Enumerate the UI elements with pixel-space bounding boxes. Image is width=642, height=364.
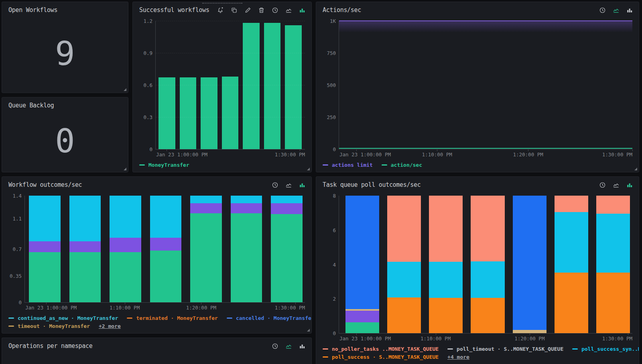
dashboard: Open Workflows 9 Queue Backlog 0 Success… xyxy=(0,0,642,364)
y-axis-label: 0.9 xyxy=(143,50,152,56)
bar-segment xyxy=(222,77,239,149)
legend-item[interactable]: no_poller_tasks ..MONEY_TASK_QUEUE xyxy=(323,346,439,352)
x-axis-label: Jan 23 1:00:00 PM xyxy=(339,336,391,342)
bar xyxy=(150,196,182,302)
legend-series-dash xyxy=(447,348,453,350)
clock-icon[interactable] xyxy=(272,182,278,188)
legend-item[interactable]: actions limit xyxy=(323,162,373,168)
x-axis: Jan 23 1:00:00 PM1:10:00 PM1:20:00 PM1:3… xyxy=(339,334,632,342)
bar-segment xyxy=(150,238,182,251)
bar xyxy=(387,196,421,333)
task-queue-polls-chart: 02468Jan 23 1:00:00 PM1:10:00 PM1:20:00 … xyxy=(316,192,639,342)
legend-item[interactable]: poll_success_syn..MONEY_TASK_QUEUE xyxy=(572,346,639,352)
resize-handle[interactable] xyxy=(634,168,637,170)
bar xyxy=(110,196,141,302)
panel-toolbar xyxy=(599,7,633,14)
legend-series-dash xyxy=(323,164,328,166)
bar-segment xyxy=(471,298,504,333)
bar-segment xyxy=(555,273,588,333)
legend-item[interactable]: poll_timeout · S..MONEY_TASK_QUEUE xyxy=(447,346,563,352)
panel-title: Workflow outcomes/sec xyxy=(8,181,82,188)
copy-icon[interactable] xyxy=(231,7,238,14)
y-axis-label: 0 xyxy=(333,330,336,336)
trash-icon[interactable] xyxy=(258,7,265,14)
bar-segment xyxy=(429,298,463,333)
legend-series-dash xyxy=(572,348,578,350)
y-axis-label: 0.7 xyxy=(12,246,22,252)
bar-chart-icon[interactable] xyxy=(626,7,633,14)
bar-segment xyxy=(231,203,262,213)
bar-segment xyxy=(555,196,588,212)
area-chart-icon[interactable] xyxy=(285,182,292,188)
bar-chart-icon[interactable] xyxy=(299,343,306,350)
area-chart-icon[interactable] xyxy=(613,7,620,14)
legend-item[interactable]: terminated · MoneyTransfer xyxy=(127,315,218,321)
clock-icon[interactable] xyxy=(599,7,606,14)
bar-segment xyxy=(596,214,630,273)
y-axis-label: 500 xyxy=(327,82,336,88)
bar-segment xyxy=(429,262,463,298)
bar-segment xyxy=(190,196,222,203)
bar-segment xyxy=(110,196,141,238)
legend-series-label: actions limit xyxy=(332,162,373,168)
y-axis-label: 0.3 xyxy=(143,114,152,120)
legend: actions limitaction/sec xyxy=(316,158,639,172)
bar-segment xyxy=(29,196,61,241)
plot-area: 02468 xyxy=(339,196,632,334)
bar xyxy=(596,196,630,333)
legend-item[interactable]: action/sec xyxy=(382,162,422,168)
legend-item[interactable]: poll_success · S..MONEY_TASK_QUEUE xyxy=(323,354,439,360)
x-axis-label: 1:20:00 PM xyxy=(513,152,543,158)
resize-handle[interactable] xyxy=(124,168,126,170)
legend-series-label: cancelled · MoneyTransfer xyxy=(236,315,312,321)
area-chart-icon[interactable] xyxy=(613,182,620,188)
bar-chart-icon[interactable] xyxy=(626,182,633,188)
clock-icon[interactable] xyxy=(599,182,606,188)
panel-drag-indicator[interactable] xyxy=(202,3,242,4)
area-chart-icon[interactable] xyxy=(285,7,292,14)
y-axis-label: 1.4 xyxy=(12,193,22,199)
legend-more-link[interactable]: +2 more xyxy=(99,323,121,329)
resize-handle[interactable] xyxy=(307,168,310,170)
plot-area: 00.30.60.91.2 xyxy=(155,21,305,150)
alert-bell-plus-icon[interactable] xyxy=(217,7,224,14)
legend-item[interactable]: continued_as_new · MoneyTransfer xyxy=(8,315,118,321)
bar-segment xyxy=(345,311,379,323)
resize-handle[interactable] xyxy=(124,88,126,91)
y-axis-label: 6 xyxy=(333,227,336,233)
legend-item[interactable]: cancelled · MoneyTransfer xyxy=(227,315,312,321)
legend-series-dash xyxy=(127,317,132,319)
bar-segment xyxy=(110,252,141,302)
clock-icon[interactable] xyxy=(272,7,278,14)
clock-icon[interactable] xyxy=(272,343,278,350)
bar xyxy=(555,196,588,333)
bar-chart-icon[interactable] xyxy=(299,182,306,188)
legend-series-dash xyxy=(139,164,145,166)
bar xyxy=(345,196,379,333)
plot-area: 00.350.71.11.4 xyxy=(24,196,305,303)
panel-header: Open Workflows xyxy=(2,2,128,17)
bar-segment xyxy=(243,23,260,149)
legend-item[interactable]: MoneyTransfer xyxy=(139,162,189,168)
legend-more-link[interactable]: +4 more xyxy=(447,354,469,360)
x-axis: Jan 23 1:00:00 PM1:10:00 PM1:20:00 PM1:3… xyxy=(339,150,632,158)
legend: continued_as_new · MoneyTransferterminat… xyxy=(2,311,311,333)
legend-item[interactable]: timeout · MoneyTransfer xyxy=(8,323,90,329)
legend-series-label: poll_timeout · S..MONEY_TASK_QUEUE xyxy=(457,346,563,352)
bar-chart-icon[interactable] xyxy=(299,7,306,14)
panel-toolbar xyxy=(272,343,306,350)
x-axis-label: 1:30:00 PM xyxy=(275,152,305,158)
legend-series-label: poll_success · S..MONEY_TASK_QUEUE xyxy=(332,354,439,360)
bar-segment xyxy=(180,77,197,149)
bar xyxy=(69,196,101,302)
edit-pencil-icon[interactable] xyxy=(244,7,251,14)
bar xyxy=(513,196,547,333)
resize-handle[interactable] xyxy=(307,329,310,332)
panel-header: Task queue poll outcomes/sec xyxy=(316,177,639,192)
area-chart-icon[interactable] xyxy=(285,343,292,350)
panel-header: Operations per namespace xyxy=(2,338,311,353)
bar-segment xyxy=(345,196,379,309)
panel-title: Task queue poll outcomes/sec xyxy=(323,181,421,188)
actions-per-sec-chart: 02505007501KJan 23 1:00:00 PM1:10:00 PM1… xyxy=(316,17,639,158)
x-axis-label: Jan 23 1:00:00 PM xyxy=(156,152,207,158)
